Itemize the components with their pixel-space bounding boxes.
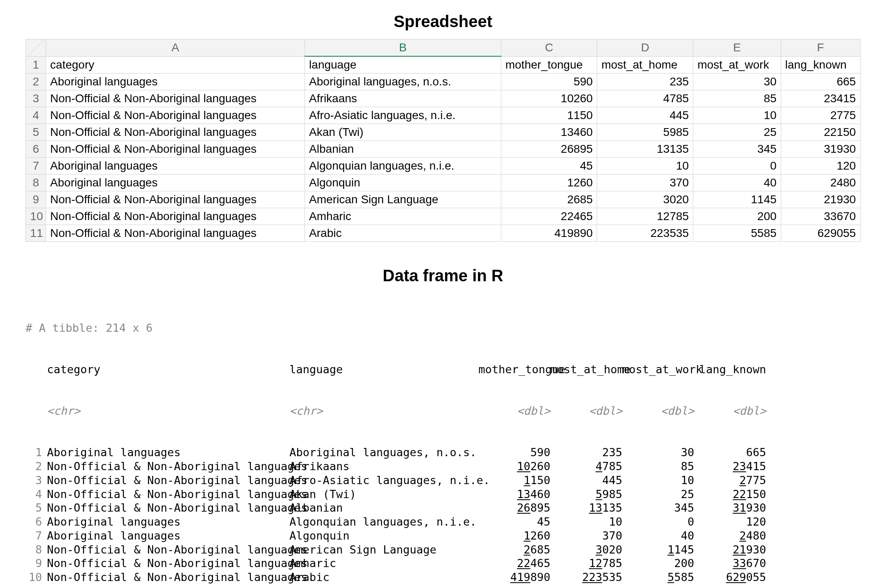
cell[interactable]: Amharic [305, 208, 501, 225]
cell[interactable]: 5985 [597, 124, 693, 141]
cell[interactable]: 23415 [781, 90, 860, 107]
cell[interactable]: Algonquian languages, n.i.e. [305, 158, 501, 175]
cell[interactable]: Aboriginal languages [46, 175, 305, 191]
cell[interactable]: 10260 [501, 90, 597, 107]
cell[interactable]: 590 [501, 74, 597, 90]
cell[interactable]: 223535 [597, 225, 693, 242]
col-header-B[interactable]: B [305, 39, 501, 57]
cell[interactable]: 22465 [501, 208, 597, 225]
cell[interactable]: Non-Official & Non-Aboriginal languages [46, 225, 305, 242]
col-header-E[interactable]: E [693, 39, 781, 57]
cell[interactable]: 370 [597, 175, 693, 191]
cell[interactable]: 2480 [781, 175, 860, 191]
cell[interactable]: most_at_home [597, 56, 693, 74]
tibble-cell-maw: 1145 [622, 543, 694, 557]
cell[interactable]: Afro-Asiatic languages, n.i.e. [305, 107, 501, 124]
select-all-corner[interactable] [26, 39, 46, 57]
cell[interactable]: Albanian [305, 141, 501, 158]
row-header[interactable]: 10 [26, 208, 46, 225]
col-header-A[interactable]: A [46, 39, 305, 57]
row-header[interactable]: 1 [26, 56, 46, 74]
cell[interactable]: 445 [597, 107, 693, 124]
tibble-cell-maw: 5585 [622, 570, 694, 584]
cell[interactable]: 2685 [501, 191, 597, 208]
cell[interactable]: Afrikaans [305, 90, 501, 107]
cell[interactable]: 25 [693, 124, 781, 141]
cell[interactable]: 13460 [501, 124, 597, 141]
cell[interactable]: 629055 [781, 225, 860, 242]
cell[interactable]: 0 [693, 158, 781, 175]
cell[interactable]: Non-Official & Non-Aboriginal languages [46, 191, 305, 208]
cell[interactable]: 13135 [597, 141, 693, 158]
row-header[interactable]: 6 [26, 141, 46, 158]
cell[interactable]: 1150 [501, 107, 597, 124]
tibble-row: 7Aboriginal languagesAlgonquin1260370402… [25, 529, 860, 543]
cell[interactable]: 1145 [693, 191, 781, 208]
row-header[interactable]: 8 [26, 175, 46, 191]
tibble-col-category: category [47, 363, 289, 377]
tibble-type-mah: <dbl> [550, 404, 622, 418]
cell[interactable]: Aboriginal languages [46, 74, 305, 90]
cell[interactable]: 419890 [501, 225, 597, 242]
row-header[interactable]: 11 [26, 225, 46, 242]
cell[interactable]: 4785 [597, 90, 693, 107]
cell[interactable]: 45 [501, 158, 597, 175]
cell[interactable]: 85 [693, 90, 781, 107]
cell[interactable]: Non-Official & Non-Aboriginal languages [46, 124, 305, 141]
tibble-row: 4Non-Official & Non-Aboriginal languages… [25, 487, 860, 501]
cell[interactable]: 33670 [781, 208, 860, 225]
cell[interactable]: 30 [693, 74, 781, 90]
cell[interactable]: mother_tongue [501, 56, 597, 74]
cell[interactable]: 1260 [501, 175, 597, 191]
tibble-cell-language: Akan (Twi) [289, 487, 478, 501]
cell[interactable]: 12785 [597, 208, 693, 225]
cell[interactable]: American Sign Language [305, 191, 501, 208]
cell[interactable]: Aboriginal languages [46, 158, 305, 175]
row-header[interactable]: 3 [26, 90, 46, 107]
table-row: 8Aboriginal languagesAlgonquin1260370402… [26, 175, 860, 191]
row-header[interactable]: 2 [26, 74, 46, 90]
tibble-row-index: 9 [25, 556, 42, 570]
cell[interactable]: most_at_work [693, 56, 781, 74]
tibble-row-index: 1 [25, 446, 42, 459]
tibble-cell-mah: 445 [550, 473, 622, 487]
cell[interactable]: 22150 [781, 124, 860, 141]
cell[interactable]: Non-Official & Non-Aboriginal languages [46, 208, 305, 225]
cell[interactable]: category [46, 56, 305, 74]
cell[interactable]: 3020 [597, 191, 693, 208]
cell[interactable]: 120 [781, 158, 860, 175]
col-header-D[interactable]: D [597, 39, 693, 57]
cell[interactable]: 10 [597, 158, 693, 175]
cell[interactable]: language [305, 56, 501, 74]
cell[interactable]: 10 [693, 107, 781, 124]
cell[interactable]: Non-Official & Non-Aboriginal languages [46, 107, 305, 124]
cell[interactable]: 235 [597, 74, 693, 90]
cell[interactable]: Arabic [305, 225, 501, 242]
cell[interactable]: 21930 [781, 191, 860, 208]
col-header-F[interactable]: F [781, 39, 860, 57]
cell[interactable]: 26895 [501, 141, 597, 158]
cell[interactable]: lang_known [781, 56, 860, 74]
cell[interactable]: 665 [781, 74, 860, 90]
cell[interactable]: Non-Official & Non-Aboriginal languages [46, 90, 305, 107]
col-header-C[interactable]: C [501, 39, 597, 57]
cell[interactable]: Algonquin [305, 175, 501, 191]
row-header[interactable]: 9 [26, 191, 46, 208]
cell[interactable]: Aboriginal languages, n.o.s. [305, 74, 501, 90]
cell[interactable]: 31930 [781, 141, 860, 158]
cell[interactable]: 200 [693, 208, 781, 225]
cell[interactable]: 40 [693, 175, 781, 191]
tibble-row: 6Aboriginal languagesAlgonquian language… [25, 515, 860, 529]
cell[interactable]: 5585 [693, 225, 781, 242]
row-header[interactable]: 4 [26, 107, 46, 124]
tibble-cell-language: Algonquin [289, 529, 478, 543]
cell[interactable]: 2775 [781, 107, 860, 124]
tibble-row: 3Non-Official & Non-Aboriginal languages… [25, 473, 860, 487]
table-row: 4Non-Official & Non-Aboriginal languages… [26, 107, 860, 124]
row-header[interactable]: 7 [26, 158, 46, 175]
row-header[interactable]: 5 [26, 124, 46, 141]
tibble-cell-mah: 223535 [550, 570, 622, 584]
cell[interactable]: 345 [693, 141, 781, 158]
cell[interactable]: Akan (Twi) [305, 124, 501, 141]
cell[interactable]: Non-Official & Non-Aboriginal languages [46, 141, 305, 158]
